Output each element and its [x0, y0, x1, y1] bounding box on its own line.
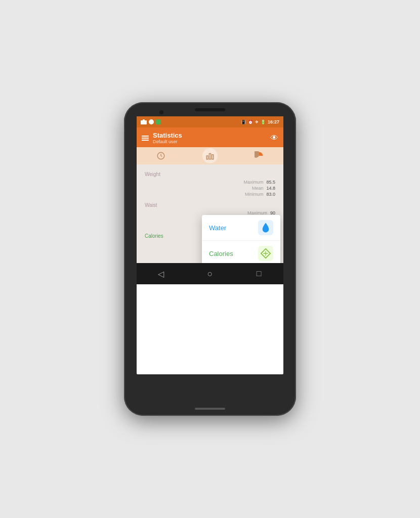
app-header-left: Statistics Default user — [142, 132, 182, 144]
popup-item-water[interactable]: Water — [202, 215, 280, 241]
status-bar-right: 📳 ⏰ ✈ 🔋 16:27 — [241, 119, 279, 124]
app-title: Statistics — [153, 132, 182, 139]
svg-rect-5 — [212, 155, 214, 159]
recent-apps-button[interactable]: □ — [252, 267, 266, 281]
camera — [159, 110, 163, 114]
svg-line-2 — [161, 156, 162, 157]
vibrate-icon: 📳 — [241, 120, 246, 124]
time-display: 16:27 — [268, 119, 279, 124]
alarm-icon: ⏰ — [248, 120, 253, 124]
calories-diamond-icon — [260, 248, 271, 259]
app-subtitle: Default user — [153, 139, 182, 144]
emoji-status-icon — [149, 119, 154, 124]
battery-icon: 🔋 — [261, 120, 266, 124]
check-status-icon — [156, 119, 161, 124]
content-area: Weight Maximum 85.5 Mean 14.8 Minimum 83… — [137, 164, 283, 263]
phone-bottom — [195, 374, 225, 416]
calories-icon-container — [258, 246, 273, 261]
status-bar: 📳 ⏰ ✈ 🔋 16:27 — [137, 116, 283, 127]
phone-screen: 📳 ⏰ ✈ 🔋 16:27 Statistics — [137, 116, 283, 374]
popup-menu: Water Calories — [202, 215, 280, 263]
visibility-icon[interactable]: 👁 — [270, 134, 278, 143]
water-icon-container — [258, 220, 273, 235]
back-button[interactable]: ◁ — [154, 267, 168, 281]
bar-chart-icon — [205, 151, 215, 160]
airplane-icon: ✈ — [255, 120, 259, 124]
app-title-block: Statistics Default user — [153, 132, 182, 144]
status-bar-left — [141, 119, 161, 124]
popup-calories-label: Calories — [209, 250, 233, 257]
menu-icon[interactable] — [142, 136, 149, 141]
pie-chart-icon — [255, 151, 264, 160]
phone-top-bar — [124, 102, 296, 111]
phone-device: 📳 ⏰ ✈ 🔋 16:27 Statistics — [124, 102, 296, 416]
tab-time[interactable] — [153, 148, 169, 163]
phone-body: 📳 ⏰ ✈ 🔋 16:27 Statistics — [124, 102, 296, 416]
bottom-navigation: ◁ ○ □ — [137, 263, 283, 284]
image-status-icon — [141, 119, 147, 124]
popup-item-calories[interactable]: Calories — [202, 241, 280, 263]
tab-chart[interactable] — [202, 148, 218, 163]
clock-icon — [156, 151, 165, 160]
popup-water-label: Water — [209, 224, 226, 232]
svg-rect-3 — [206, 156, 208, 159]
home-button[interactable]: ○ — [203, 267, 217, 281]
water-drop-icon — [261, 222, 271, 233]
tab-pie[interactable] — [251, 148, 267, 163]
speaker — [195, 108, 225, 111]
app-header: Statistics Default user 👁 — [137, 127, 283, 147]
home-indicator — [195, 408, 225, 410]
tab-bar — [137, 147, 283, 164]
svg-rect-4 — [209, 154, 211, 159]
